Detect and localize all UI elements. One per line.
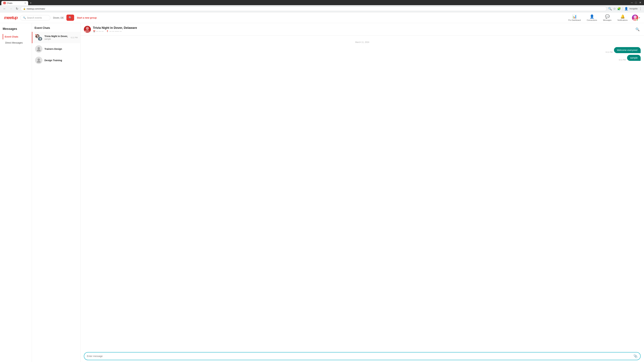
meetup-logo[interactable]: meetup (4, 15, 18, 20)
location-icon: 📍 (106, 30, 109, 33)
svg-point-8 (38, 58, 40, 61)
nav-back-button[interactable]: ← (2, 6, 7, 11)
location-display: Dover, DE (53, 16, 64, 19)
event-location-meta: 📍 ••• ••• •••••• ••• (106, 30, 122, 33)
maximize-icon[interactable]: □ (635, 1, 637, 4)
message-input[interactable] (87, 355, 632, 358)
message-bubble-2: sample (627, 55, 641, 61)
chat-item-trainers-design[interactable]: Trainers Design (32, 43, 80, 55)
message-input-area: 📎 (80, 350, 644, 362)
svg-point-10 (86, 27, 89, 30)
svg-point-4 (40, 37, 42, 39)
chat-list-panel: Event Chats Trivia Night in Dover, sampl… (32, 23, 80, 362)
chat-item-design-training[interactable]: Design Training (32, 55, 80, 66)
close-icon[interactable]: ✕ (639, 1, 641, 4)
message-time-2: 6:11 PM (619, 59, 626, 61)
sidebar: Messages Event Chats Direct Messages (0, 23, 32, 362)
user-avatar-container[interactable]: ▾ (632, 14, 640, 21)
connections-icon: 👤 (590, 14, 594, 19)
design-training-info: Design Training (44, 59, 78, 62)
nav-refresh-button[interactable]: ↻ (15, 6, 19, 11)
browser-tab[interactable]: m Chats ✕ (1, 1, 28, 5)
trivia-night-avatar (35, 34, 42, 41)
chat-header-online-dot (84, 31, 86, 33)
window-controls: ─ □ ✕ (630, 1, 643, 5)
message-time-1: 6:11 PM (606, 51, 613, 53)
nav-messages[interactable]: 💬 Messages (602, 14, 613, 22)
event-location-text: ••• ••• •••••• ••• (109, 30, 122, 33)
divider (622, 7, 623, 10)
address-bar[interactable]: 🔒 meetup.com/chats/ (21, 6, 607, 11)
search-submit-button[interactable]: 🔍 (66, 14, 74, 21)
sidebar-item-event-chats[interactable]: Event Chats (3, 34, 29, 39)
search-bar-placeholder: Search events (27, 16, 42, 19)
chat-header-meta: 📅 ••• ••• ••• 📍 ••• ••• •••••• ••• (93, 30, 632, 33)
tab-title: Chats (7, 2, 12, 4)
pro-dashboard-icon: 📊 (572, 14, 577, 19)
chat-item-trivia-night[interactable]: Trivia Night in Dover, sample 6:11 PM (32, 32, 80, 43)
attach-button[interactable]: 📎 (634, 354, 638, 358)
message-input-wrap: 📎 (84, 352, 641, 360)
trivia-night-preview: sample (44, 38, 69, 40)
online-dot (636, 19, 638, 21)
trivia-online-dot (35, 34, 37, 35)
chat-window: Trivia Night in Dover, Delaware 📅 ••• ••… (80, 23, 644, 362)
event-date-meta: 📅 ••• ••• ••• (93, 30, 104, 33)
design-training-avatar (35, 57, 42, 64)
new-tab-button[interactable]: + (28, 1, 33, 5)
page-body: Messages Event Chats Direct Messages Eve… (0, 23, 644, 362)
message-bubble-1: Welcome everyone! (614, 47, 641, 53)
svg-point-9 (37, 61, 40, 63)
trainers-design-avatar (35, 45, 42, 53)
svg-point-6 (38, 47, 40, 49)
svg-point-7 (37, 49, 40, 51)
nav-pro-dashboard[interactable]: 📊 Pro Dashboard (567, 14, 582, 22)
start-new-group-button[interactable]: Start a new group (77, 16, 96, 19)
calendar-icon: 📅 (93, 30, 96, 33)
avatar-wrap (632, 14, 638, 21)
sidebar-item-direct-messages[interactable]: Direct Messages (3, 40, 29, 45)
chat-header: Trivia Night in Dover, Delaware 📅 ••• ••… (80, 23, 644, 36)
lock-icon: 🔒 (23, 7, 26, 10)
message-row-1: 6:11 PM Welcome everyone! (84, 47, 641, 53)
design-training-name: Design Training (44, 59, 78, 62)
svg-point-0 (634, 15, 636, 18)
app-header: meetup 🔍 Search events Dover, DE 🔍 Start… (0, 12, 644, 23)
svg-point-2 (37, 35, 39, 37)
notifications-label: Notifications (618, 19, 628, 21)
messages-label: Messages (603, 19, 612, 21)
chat-header-title: Trivia Night in Dover, Delaware (93, 26, 632, 30)
pro-dashboard-label: Pro Dashboard (568, 19, 581, 21)
extension-icon[interactable]: 🧩 (617, 7, 621, 10)
browser-chrome: m Chats ✕ + ─ □ ✕ (0, 0, 644, 5)
connections-label: Connections (587, 19, 597, 21)
nav-connections[interactable]: 👤 Connections (585, 14, 599, 22)
trivia-night-time: 6:11 PM (71, 36, 78, 38)
nav-forward-button[interactable]: → (8, 6, 14, 11)
incognito-label: Incognito (630, 7, 638, 10)
trainers-design-info: Trainers Design (44, 48, 78, 50)
message-row-2: 6:11 PM sample (84, 55, 641, 61)
event-date-text: ••• ••• ••• (96, 30, 104, 33)
tab-favicon: m (3, 2, 6, 4)
minimize-icon[interactable]: ─ (631, 1, 633, 4)
browser-menu-icon[interactable]: ⋮ (639, 7, 642, 10)
date-divider: March 11, 2024 (84, 41, 641, 43)
tab-close-icon[interactable]: ✕ (24, 2, 26, 4)
chat-header-info: Trivia Night in Dover, Delaware 📅 ••• ••… (93, 26, 632, 33)
trainers-design-name: Trainers Design (44, 48, 78, 50)
chat-search-button[interactable]: 🔍 (634, 26, 641, 32)
search-bar-icon: 🔍 (23, 16, 26, 19)
notifications-icon: 🔔 (620, 14, 625, 19)
browser-toolbar: ← → ↻ 🔒 meetup.com/chats/ 🔍 ☆ 🧩 👤 Incogn… (0, 5, 644, 12)
svg-point-5 (39, 39, 42, 41)
browser-search-icon[interactable]: 🔍 (608, 7, 612, 10)
chat-header-avatar (84, 26, 91, 33)
profile-icon[interactable]: 👤 (624, 7, 628, 10)
search-bar[interactable]: 🔍 Search events (20, 15, 50, 20)
url-text: meetup.com/chats/ (27, 7, 45, 10)
messages-icon: 💬 (605, 14, 610, 19)
bookmark-icon[interactable]: ☆ (613, 7, 616, 10)
nav-notifications[interactable]: 🔔 Notifications (616, 14, 629, 22)
messages-area: March 11, 2024 6:11 PM Welcome everyone!… (80, 36, 644, 350)
